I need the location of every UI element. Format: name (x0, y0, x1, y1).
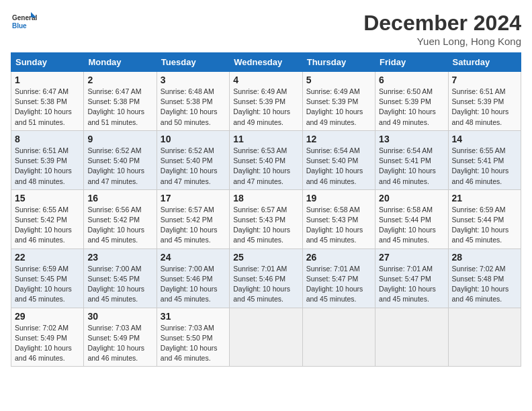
calendar-cell (448, 308, 521, 367)
day-info: Sunrise: 6:57 AMSunset: 5:43 PMDaylight:… (233, 205, 298, 246)
calendar-cell: 19Sunrise: 6:58 AMSunset: 5:43 PMDayligh… (302, 189, 375, 248)
day-info: Sunrise: 6:51 AMSunset: 5:39 PMDaylight:… (452, 87, 517, 128)
day-number: 4 (233, 75, 298, 85)
calendar-cell (302, 308, 375, 367)
day-info: Sunrise: 6:47 AMSunset: 5:38 PMDaylight:… (87, 87, 152, 128)
calendar-cell: 8Sunrise: 6:51 AMSunset: 5:39 PMDaylight… (11, 130, 84, 189)
day-number: 25 (233, 252, 298, 263)
day-info: Sunrise: 6:54 AMSunset: 5:41 PMDaylight:… (379, 146, 444, 187)
calendar-week-4: 22Sunrise: 6:59 AMSunset: 5:45 PMDayligh… (11, 248, 521, 308)
day-info: Sunrise: 6:47 AMSunset: 5:38 PMDaylight:… (15, 87, 80, 128)
day-number: 26 (306, 252, 371, 263)
calendar-cell: 16Sunrise: 6:56 AMSunset: 5:42 PMDayligh… (84, 189, 157, 248)
header-cell-tuesday: Tuesday (157, 53, 229, 72)
calendar-cell: 11Sunrise: 6:53 AMSunset: 5:40 PMDayligh… (230, 130, 302, 189)
day-info: Sunrise: 7:01 AMSunset: 5:47 PMDaylight:… (379, 264, 444, 305)
calendar-week-5: 29Sunrise: 7:02 AMSunset: 5:49 PMDayligh… (11, 308, 521, 367)
day-number: 15 (15, 193, 80, 203)
calendar-cell: 24Sunrise: 7:00 AMSunset: 5:46 PMDayligh… (157, 248, 229, 308)
calendar-cell: 29Sunrise: 7:02 AMSunset: 5:49 PMDayligh… (11, 308, 84, 367)
day-info: Sunrise: 6:57 AMSunset: 5:42 PMDaylight:… (161, 205, 226, 246)
day-info: Sunrise: 7:03 AMSunset: 5:50 PMDaylight:… (161, 323, 226, 364)
day-info: Sunrise: 7:00 AMSunset: 5:46 PMDaylight:… (161, 264, 226, 305)
day-info: Sunrise: 6:59 AMSunset: 5:44 PMDaylight:… (452, 205, 517, 246)
header-cell-monday: Monday (84, 53, 157, 72)
day-number: 9 (87, 134, 152, 144)
day-number: 23 (87, 252, 152, 263)
day-info: Sunrise: 6:48 AMSunset: 5:38 PMDaylight:… (161, 87, 226, 128)
day-info: Sunrise: 6:54 AMSunset: 5:40 PMDaylight:… (306, 146, 371, 187)
calendar-cell: 14Sunrise: 6:55 AMSunset: 5:41 PMDayligh… (448, 130, 521, 189)
calendar-cell: 27Sunrise: 7:01 AMSunset: 5:47 PMDayligh… (375, 248, 448, 308)
day-info: Sunrise: 7:02 AMSunset: 5:49 PMDaylight:… (15, 323, 80, 364)
day-info: Sunrise: 6:55 AMSunset: 5:42 PMDaylight:… (15, 205, 80, 246)
day-number: 14 (452, 134, 517, 144)
logo-svg: General Blue (11, 11, 38, 38)
day-number: 16 (87, 193, 152, 203)
day-info: Sunrise: 6:56 AMSunset: 5:42 PMDaylight:… (87, 205, 152, 246)
day-number: 7 (452, 75, 517, 85)
calendar-cell: 26Sunrise: 7:01 AMSunset: 5:47 PMDayligh… (302, 248, 375, 308)
day-number: 27 (379, 252, 444, 263)
day-info: Sunrise: 7:03 AMSunset: 5:49 PMDaylight:… (87, 323, 152, 364)
calendar-cell: 31Sunrise: 7:03 AMSunset: 5:50 PMDayligh… (157, 308, 229, 367)
calendar-cell: 10Sunrise: 6:52 AMSunset: 5:40 PMDayligh… (157, 130, 229, 189)
day-info: Sunrise: 7:02 AMSunset: 5:48 PMDaylight:… (452, 264, 517, 305)
day-info: Sunrise: 6:52 AMSunset: 5:40 PMDaylight:… (87, 146, 152, 187)
day-number: 24 (161, 252, 226, 263)
day-number: 28 (452, 252, 517, 263)
calendar-cell: 28Sunrise: 7:02 AMSunset: 5:48 PMDayligh… (448, 248, 521, 308)
calendar-cell: 20Sunrise: 6:58 AMSunset: 5:44 PMDayligh… (375, 189, 448, 248)
location-subtitle: Yuen Long, Hong Kong (363, 36, 521, 47)
calendar-table: SundayMondayTuesdayWednesdayThursdayFrid… (11, 52, 521, 367)
day-number: 19 (306, 193, 371, 203)
calendar-cell: 7Sunrise: 6:51 AMSunset: 5:39 PMDaylight… (448, 72, 521, 131)
day-number: 1 (15, 75, 80, 85)
day-number: 20 (379, 193, 444, 203)
calendar-week-3: 15Sunrise: 6:55 AMSunset: 5:42 PMDayligh… (11, 189, 521, 248)
day-number: 13 (379, 134, 444, 144)
calendar-cell: 9Sunrise: 6:52 AMSunset: 5:40 PMDaylight… (84, 130, 157, 189)
svg-text:Blue: Blue (12, 22, 27, 30)
calendar-cell: 15Sunrise: 6:55 AMSunset: 5:42 PMDayligh… (11, 189, 84, 248)
header-cell-sunday: Sunday (11, 53, 84, 72)
day-number: 17 (161, 193, 226, 203)
day-number: 29 (15, 311, 80, 322)
calendar-cell: 12Sunrise: 6:54 AMSunset: 5:40 PMDayligh… (302, 130, 375, 189)
header-row: SundayMondayTuesdayWednesdayThursdayFrid… (11, 53, 521, 72)
day-info: Sunrise: 6:59 AMSunset: 5:45 PMDaylight:… (15, 264, 80, 305)
day-info: Sunrise: 7:01 AMSunset: 5:47 PMDaylight:… (306, 264, 371, 305)
day-info: Sunrise: 6:53 AMSunset: 5:40 PMDaylight:… (233, 146, 298, 187)
calendar-cell: 17Sunrise: 6:57 AMSunset: 5:42 PMDayligh… (157, 189, 229, 248)
day-number: 30 (87, 311, 152, 322)
day-number: 22 (15, 252, 80, 263)
header-cell-thursday: Thursday (302, 53, 375, 72)
day-number: 21 (452, 193, 517, 203)
day-number: 3 (161, 75, 226, 85)
day-number: 11 (233, 134, 298, 144)
title-section: December 2024 Yuen Long, Hong Kong (363, 11, 521, 47)
month-title: December 2024 (363, 11, 521, 36)
header-cell-saturday: Saturday (448, 53, 521, 72)
calendar-cell: 30Sunrise: 7:03 AMSunset: 5:49 PMDayligh… (84, 308, 157, 367)
day-info: Sunrise: 6:52 AMSunset: 5:40 PMDaylight:… (161, 146, 226, 187)
logo: General Blue (11, 11, 38, 38)
day-info: Sunrise: 6:51 AMSunset: 5:39 PMDaylight:… (15, 146, 80, 187)
calendar-cell: 21Sunrise: 6:59 AMSunset: 5:44 PMDayligh… (448, 189, 521, 248)
calendar-cell: 1Sunrise: 6:47 AMSunset: 5:38 PMDaylight… (11, 72, 84, 131)
day-number: 2 (87, 75, 152, 85)
page-header: General Blue December 2024 Yuen Long, Ho… (11, 11, 521, 47)
calendar-week-2: 8Sunrise: 6:51 AMSunset: 5:39 PMDaylight… (11, 130, 521, 189)
day-info: Sunrise: 6:55 AMSunset: 5:41 PMDaylight:… (452, 146, 517, 187)
calendar-cell (375, 308, 448, 367)
header-cell-wednesday: Wednesday (230, 53, 302, 72)
day-info: Sunrise: 6:50 AMSunset: 5:39 PMDaylight:… (379, 87, 444, 128)
day-info: Sunrise: 6:58 AMSunset: 5:44 PMDaylight:… (379, 205, 444, 246)
day-info: Sunrise: 6:58 AMSunset: 5:43 PMDaylight:… (306, 205, 371, 246)
day-number: 12 (306, 134, 371, 144)
calendar-cell: 6Sunrise: 6:50 AMSunset: 5:39 PMDaylight… (375, 72, 448, 131)
calendar-cell: 4Sunrise: 6:49 AMSunset: 5:39 PMDaylight… (230, 72, 302, 131)
day-info: Sunrise: 7:01 AMSunset: 5:46 PMDaylight:… (233, 264, 298, 305)
calendar-cell: 18Sunrise: 6:57 AMSunset: 5:43 PMDayligh… (230, 189, 302, 248)
day-number: 6 (379, 75, 444, 85)
